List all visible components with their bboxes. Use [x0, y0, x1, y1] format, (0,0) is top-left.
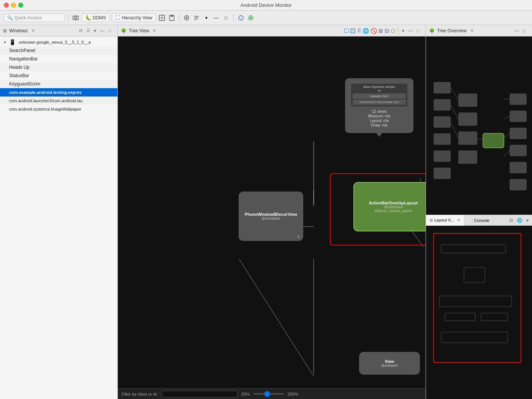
windows-panel-header: ⊞ Windows ✕ ⟳ ⠿ ▾ — □	[0, 25, 117, 36]
maximize-button[interactable]	[18, 3, 23, 8]
tv-icon2[interactable]: ⊡	[350, 27, 356, 35]
layout-icon-1[interactable]: ⊟	[508, 217, 514, 223]
console-tab[interactable]: ⬜ Console	[464, 215, 494, 226]
svg-rect-34	[510, 128, 527, 139]
layout-icon-green[interactable]: 🌐	[516, 217, 524, 223]
info-box-node[interactable]: Basic Espresso sample diff CHANGE TEXT O…	[345, 78, 413, 133]
info-views: 12 views	[351, 109, 407, 114]
toolbar-icon-4[interactable]	[247, 14, 255, 22]
svg-rect-31	[483, 133, 504, 148]
tree-item-statusbar[interactable]: StatusBar	[0, 71, 117, 80]
title-bar: Android Device Monitor	[0, 0, 532, 11]
actionbar-id: id/decor_content_parent	[375, 209, 412, 213]
view-label: View	[385, 359, 394, 364]
toolbar-icon-2[interactable]	[193, 14, 200, 22]
tree-overview-header: 🌳 Tree Overview ✕ — □	[426, 25, 532, 36]
svg-rect-22	[434, 99, 451, 111]
tree-item-wallpaper[interactable]: com.android.systemui.ImageWallpaper	[0, 105, 117, 113]
toolbar-icon-3[interactable]: i	[237, 14, 245, 22]
ddms-button[interactable]: 🐛 DDMS	[82, 13, 109, 22]
tv-icon6[interactable]: ⊞	[378, 28, 383, 34]
svg-line-40	[451, 122, 458, 138]
panel-min-icon[interactable]: —	[99, 28, 106, 34]
tv-icon7[interactable]: ⊟	[385, 28, 389, 34]
panel-max-icon[interactable]: □	[107, 28, 112, 34]
layout-chevron[interactable]: ▾	[525, 217, 530, 223]
zoom-slider[interactable]	[253, 393, 284, 394]
svg-rect-23	[434, 116, 451, 128]
actionbar-node[interactable]: ActionBarOverlayLayout @328b3bed id/deco…	[353, 182, 426, 231]
to-max[interactable]: □	[522, 28, 527, 34]
minimize-button[interactable]	[11, 3, 16, 8]
tree-item-searchpanel[interactable]: SearchPanel	[0, 46, 117, 55]
svg-line-17	[239, 259, 314, 376]
tree-item-launcher[interactable]: com.android.launcher3/com.android.lau	[0, 97, 117, 105]
svg-rect-30	[458, 150, 477, 164]
close-button[interactable]	[4, 3, 9, 8]
svg-line-45	[504, 150, 510, 157]
tv-chevron[interactable]: ▾	[401, 28, 405, 34]
tv-icon5[interactable]: 🚫	[370, 28, 377, 34]
filter-label: Filter by class or id:	[122, 392, 158, 396]
svg-point-13	[250, 17, 252, 19]
actionbar-addr: @328b3bed	[384, 205, 402, 209]
layout-controls: ⊟ 🌐 ▾	[508, 215, 532, 225]
view-addr: @a88ae64	[381, 364, 398, 367]
svg-rect-51	[481, 313, 508, 321]
info-measure: Measure: n/a	[351, 114, 407, 118]
actionbar-label: ActionBarOverlayLayout	[369, 201, 418, 205]
windows-panel-close[interactable]: ✕	[32, 28, 35, 33]
decorview-node[interactable]: PhoneWindow$DecorView @292a8be6 0	[239, 192, 303, 241]
tree-overview-close[interactable]: ✕	[470, 28, 473, 33]
svg-rect-48	[464, 268, 485, 283]
svg-line-39	[451, 105, 458, 119]
tree-item-espresso[interactable]: com.example.android.testing.espres	[0, 88, 117, 97]
tv-min[interactable]: —	[407, 28, 414, 34]
tree-item-keyguard[interactable]: KeyguardScrim	[0, 80, 117, 88]
svg-rect-25	[434, 150, 451, 162]
tv-icon8[interactable]: ⬡	[391, 28, 395, 34]
tree-item-navbar[interactable]: NavigationBar	[0, 55, 117, 63]
pixel-perfect-icon[interactable]	[158, 14, 166, 22]
filter-input[interactable]	[162, 391, 238, 397]
layout-view-tab[interactable]: ⊞ Layout V... ✕	[426, 215, 464, 226]
tree-overview-canvas[interactable]	[426, 36, 532, 215]
tree-view-canvas[interactable]: Basic Espresso sample diff CHANGE TEXT O…	[118, 36, 426, 388]
view-node[interactable]: View @a88ae64	[359, 352, 420, 375]
right-panel: 🌳 Tree Overview ✕ — □	[426, 25, 532, 399]
tree-root-item[interactable]: ▼ 📱 unknown-google_nexus_5__5_1_0__a	[0, 38, 117, 46]
tv-separator	[398, 27, 398, 35]
svg-rect-29	[458, 131, 477, 145]
filter-bar: Filter by class or id: 20% 200%	[118, 388, 426, 399]
left-panel: ⊞ Windows ✕ ⟳ ⠿ ▾ — □ ▼ 📱 unknown-google…	[0, 25, 118, 399]
toolbar-minimize[interactable]: —	[212, 14, 220, 22]
svg-rect-47	[441, 245, 506, 253]
tv-icon1[interactable]: □	[344, 27, 348, 35]
layout-view-canvas[interactable]	[426, 226, 532, 399]
svg-rect-49	[439, 296, 511, 307]
to-min[interactable]: —	[513, 28, 520, 34]
svg-rect-37	[510, 179, 527, 190]
toolbar-icon-1[interactable]	[183, 14, 190, 22]
quick-access-button[interactable]: 🔍 Quick Access	[4, 14, 65, 22]
root-chevron-icon: ▼	[3, 40, 7, 44]
panel-grid-icon[interactable]: ⠿	[86, 28, 91, 34]
screenshot-icon[interactable]	[72, 14, 79, 22]
tv-icon4[interactable]: 🌐	[363, 28, 369, 34]
svg-rect-35	[510, 145, 527, 156]
save-icon[interactable]	[168, 14, 176, 22]
panel-refresh-icon[interactable]: ⟳	[78, 28, 84, 34]
layout-view-svg	[426, 226, 532, 378]
layout-tab-close[interactable]: ✕	[457, 218, 460, 222]
global-toolbar: 🔍 Quick Access 🐛 DDMS ⛶ Hierarchy View ▾…	[0, 11, 532, 25]
zoom-min-label: 20%	[241, 392, 250, 396]
tv-max[interactable]: □	[415, 28, 420, 34]
panel-chevron-icon[interactable]: ▾	[93, 28, 97, 34]
hierarchy-view-button[interactable]: ⛶ Hierarchy View	[112, 13, 155, 22]
toolbar-restore[interactable]: □	[222, 14, 230, 22]
toolbar-chevron-down[interactable]: ▾	[203, 14, 210, 22]
svg-rect-33	[510, 111, 527, 122]
tv-icon3[interactable]: ⠿	[357, 28, 361, 34]
tree-item-headsup[interactable]: Heads Up	[0, 63, 117, 71]
tree-view-close[interactable]: ✕	[153, 28, 156, 33]
